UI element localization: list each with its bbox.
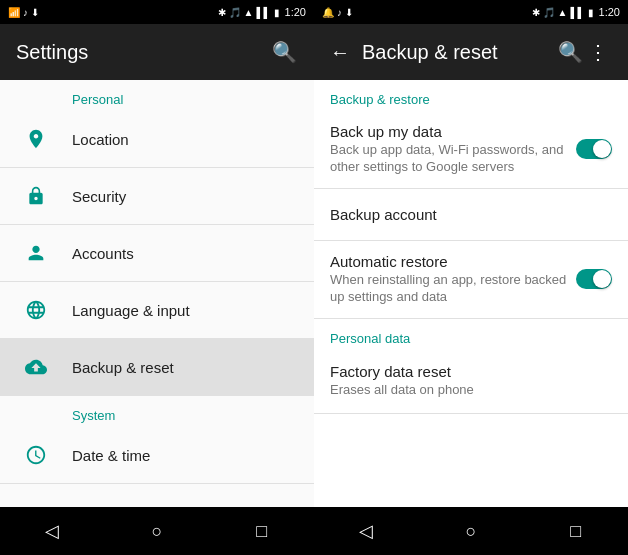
status-bar-notifications: 📶 ♪ ⬇ xyxy=(8,7,39,18)
language-icon xyxy=(16,290,56,330)
sidebar-item-datetime[interactable]: Date & time xyxy=(0,427,314,484)
datetime-label: Date & time xyxy=(72,447,298,464)
toggle-thumb-restore xyxy=(593,270,611,288)
nav-bar-right: ◁ ○ □ xyxy=(314,507,628,555)
auto-restore-text: Automatic restore When reinstalling an a… xyxy=(330,253,568,306)
sidebar-item-security[interactable]: Security xyxy=(0,168,314,225)
backup-data-subtitle: Back up app data, Wi-Fi passwords, and o… xyxy=(330,142,568,176)
headphone-icon: 🎵 xyxy=(229,7,241,18)
datetime-text: Date & time xyxy=(72,447,298,464)
sidebar-item-language[interactable]: Language & input xyxy=(0,282,314,339)
backup-data-item[interactable]: Back up my data Back up app data, Wi-Fi … xyxy=(314,111,628,189)
language-label: Language & input xyxy=(72,302,298,319)
home-button-right[interactable]: ○ xyxy=(447,521,495,542)
back-button[interactable]: ◁ xyxy=(28,520,76,542)
back-arrow-icon[interactable]: ← xyxy=(330,41,350,64)
backup-label: Backup & reset xyxy=(72,359,298,376)
security-label: Security xyxy=(72,188,298,205)
back-button-right[interactable]: ◁ xyxy=(342,520,390,542)
wifi-icon-r: ▲ xyxy=(558,7,568,18)
language-text: Language & input xyxy=(72,302,298,319)
auto-restore-toggle[interactable] xyxy=(576,269,612,289)
backup-icon xyxy=(16,347,56,387)
backup-data-label: Back up my data xyxy=(330,123,568,140)
backup-title: Backup & reset xyxy=(362,41,556,64)
factory-reset-text: Factory data reset Erases all data on ph… xyxy=(330,363,612,399)
backup-restore-header: Backup & restore xyxy=(314,80,628,111)
personal-data-header: Personal data xyxy=(314,319,628,350)
backup-account-text: Backup account xyxy=(330,206,612,223)
factory-reset-item[interactable]: Factory data reset Erases all data on ph… xyxy=(314,350,628,414)
status-bar-left: 📶 ♪ ⬇ ✱ 🎵 ▲ ▌▌ ▮ 1:20 xyxy=(0,0,314,24)
toggle-thumb-backup xyxy=(593,140,611,158)
location-text: Location xyxy=(72,131,298,148)
settings-panel: 📶 ♪ ⬇ ✱ 🎵 ▲ ▌▌ ▮ 1:20 Settings 🔍 Persona… xyxy=(0,0,314,555)
accounts-icon xyxy=(16,233,56,273)
backup-panel: 🔔 ♪ ⬇ ✱ 🎵 ▲ ▌▌ ▮ 1:20 ← Backup & reset 🔍… xyxy=(314,0,628,555)
factory-reset-label: Factory data reset xyxy=(330,363,612,380)
signal-icon-r: ▌▌ xyxy=(570,7,584,18)
backup-content: Backup & restore Back up my data Back up… xyxy=(314,80,628,507)
backup-data-text: Back up my data Back up app data, Wi-Fi … xyxy=(330,123,568,176)
settings-title: Settings xyxy=(16,41,270,64)
bluetooth-icon: ✱ xyxy=(218,7,226,18)
backup-data-toggle[interactable] xyxy=(576,139,612,159)
bluetooth-icon-r: ✱ xyxy=(532,7,540,18)
battery-icon-r: ▮ xyxy=(588,7,594,18)
status-bar-indicators: ✱ 🎵 ▲ ▌▌ ▮ 1:20 xyxy=(218,6,307,18)
signal-icon: ▌▌ xyxy=(256,7,270,18)
backup-text: Backup & reset xyxy=(72,359,298,376)
auto-restore-label: Automatic restore xyxy=(330,253,568,270)
settings-app-bar: Settings 🔍 xyxy=(0,24,314,80)
nav-bar-left: ◁ ○ □ xyxy=(0,507,314,555)
security-text: Security xyxy=(72,188,298,205)
location-label: Location xyxy=(72,131,298,148)
recent-button[interactable]: □ xyxy=(238,521,286,542)
settings-content: Personal Location Security Ac xyxy=(0,80,314,507)
datetime-icon xyxy=(16,435,56,475)
wifi-icon: ▲ xyxy=(244,7,254,18)
home-button[interactable]: ○ xyxy=(133,521,181,542)
headphone-icon-r: 🎵 xyxy=(543,7,555,18)
accounts-label: Accounts xyxy=(72,245,298,262)
recent-button-right[interactable]: □ xyxy=(552,521,600,542)
search-icon[interactable]: 🔍 xyxy=(270,40,298,64)
backup-account-label: Backup account xyxy=(330,206,612,223)
security-icon xyxy=(16,176,56,216)
status-bar-right-indicators: ✱ 🎵 ▲ ▌▌ ▮ 1:20 xyxy=(532,6,621,18)
auto-restore-item[interactable]: Automatic restore When reinstalling an a… xyxy=(314,241,628,319)
sidebar-item-backup[interactable]: Backup & reset xyxy=(0,339,314,396)
sidebar-item-location[interactable]: Location xyxy=(0,111,314,168)
time-right: 1:20 xyxy=(599,6,620,18)
location-icon xyxy=(16,119,56,159)
more-icon[interactable]: ⋮ xyxy=(584,40,612,64)
factory-reset-subtitle: Erases all data on phone xyxy=(330,382,612,399)
system-section-header: System xyxy=(0,396,314,427)
sidebar-item-accounts[interactable]: Accounts xyxy=(0,225,314,282)
auto-restore-subtitle: When reinstalling an app, restore backed… xyxy=(330,272,568,306)
backup-app-bar: ← Backup & reset 🔍 ⋮ xyxy=(314,24,628,80)
accounts-text: Accounts xyxy=(72,245,298,262)
status-bar-right: 🔔 ♪ ⬇ ✱ 🎵 ▲ ▌▌ ▮ 1:20 xyxy=(314,0,628,24)
backup-account-item[interactable]: Backup account xyxy=(314,189,628,241)
search-icon-right[interactable]: 🔍 xyxy=(556,40,584,64)
personal-section-header: Personal xyxy=(0,80,314,111)
battery-icon: ▮ xyxy=(274,7,280,18)
status-bar-right-notifications: 🔔 ♪ ⬇ xyxy=(322,7,353,18)
time-left: 1:20 xyxy=(285,6,306,18)
